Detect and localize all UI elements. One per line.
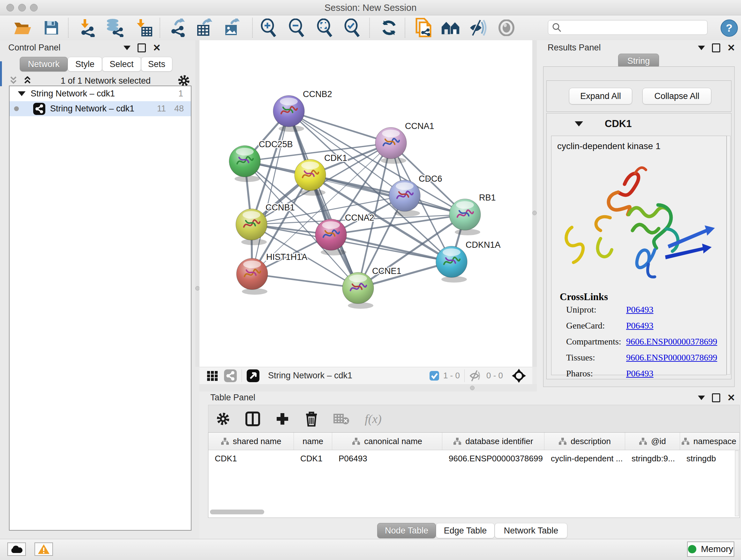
search-field[interactable] — [548, 20, 708, 35]
expand-all-networks-icon[interactable] — [23, 76, 34, 85]
cell-canonical-name[interactable]: P06493 — [332, 454, 442, 463]
crosslink-link[interactable]: P06493 — [626, 368, 726, 379]
node-table: shared name name canonical name database… — [208, 432, 740, 518]
network-edge-count: 48 — [174, 104, 184, 114]
crosslink-link[interactable]: P06493 — [626, 305, 726, 315]
cell-name[interactable]: CDK1 — [294, 454, 332, 463]
results-scrollbar[interactable] — [727, 136, 731, 374]
column-header[interactable]: namespace — [680, 433, 738, 450]
cell-namespace[interactable]: stringdb — [680, 454, 738, 463]
tab-network[interactable]: Network — [20, 57, 68, 71]
table-horizontal-scrollbar[interactable] — [210, 509, 264, 514]
crosslink-link[interactable]: 9606.ENSP00000378699 — [626, 353, 726, 363]
cloud-button[interactable] — [7, 543, 26, 556]
save-session-icon[interactable] — [42, 18, 61, 38]
tab-node-table[interactable]: Node Table — [377, 523, 436, 538]
import-network-file-icon[interactable] — [78, 18, 98, 38]
show-columns-icon[interactable] — [246, 411, 260, 427]
network-row-selected[interactable]: String Network – cdk1 11 48 — [10, 101, 191, 116]
tab-select[interactable]: Select — [102, 57, 141, 71]
network-collection-row[interactable]: String Network – cdk1 1 — [10, 86, 191, 101]
selected-checkbox-icon[interactable] — [429, 371, 440, 381]
window-title: Session: New Session — [0, 3, 741, 13]
panel-close-icon[interactable]: ✕ — [153, 44, 161, 51]
birdseye-crosshair-icon[interactable] — [511, 368, 527, 383]
column-header[interactable]: canonical name — [332, 433, 442, 450]
cell-database-identifier[interactable]: 9606.ENSP00000378699 — [442, 454, 544, 463]
detach-view-icon[interactable] — [246, 369, 260, 382]
layout-homes-icon[interactable] — [441, 18, 461, 38]
export-network-icon[interactable] — [169, 18, 188, 38]
network-graph[interactable]: CCNB2CCNA1CDC25BCDK1CDC6RB1CCNB1CCNA2CDK… — [199, 40, 532, 367]
create-column-plus-icon[interactable] — [275, 412, 289, 426]
zoom-fit-icon[interactable] — [315, 18, 335, 38]
collapse-all-button[interactable]: Collapse All — [643, 88, 711, 105]
crosslinks-title: CrossLinks — [560, 291, 726, 303]
tab-style[interactable]: Style — [68, 57, 102, 71]
gene-section-header[interactable]: CDK1 — [547, 113, 731, 134]
zoom-selected-icon[interactable] — [343, 18, 362, 38]
help-button[interactable]: ? — [721, 19, 738, 37]
export-table-icon[interactable] — [195, 18, 215, 38]
search-input[interactable] — [562, 22, 700, 33]
function-builder-icon[interactable]: f(x) — [365, 412, 382, 426]
warnings-button[interactable] — [35, 543, 53, 556]
edge-HIST1H1A-CCNE1[interactable] — [252, 274, 358, 288]
memory-button[interactable]: Memory — [687, 542, 734, 557]
collection-expand-icon[interactable] — [18, 91, 25, 96]
panel-float-icon[interactable] — [138, 44, 146, 52]
panel-float-icon[interactable] — [712, 393, 720, 402]
network-view-icon[interactable] — [224, 369, 237, 382]
cell-description[interactable]: cyclin-dependent ... — [544, 454, 625, 463]
column-header[interactable]: database identifier — [442, 433, 544, 450]
hidden-eye-slash-icon — [469, 370, 483, 381]
table-options-gear-icon[interactable] — [216, 412, 230, 426]
table-vertical-scrollbar[interactable] — [735, 450, 739, 516]
gene-collapse-icon[interactable] — [575, 121, 583, 126]
cell-shared-name[interactable]: CDK1 — [208, 454, 294, 463]
column-header[interactable]: @id — [625, 433, 680, 450]
delete-table-icon[interactable] — [333, 413, 349, 425]
tab-network-table[interactable]: Network Table — [495, 523, 567, 538]
edge-CCNB2-HIST1H1A[interactable] — [252, 111, 289, 274]
node-label-CCNE1: CCNE1 — [372, 266, 401, 276]
zoom-in-icon[interactable] — [259, 18, 279, 38]
expand-all-button[interactable]: Expand All — [569, 88, 632, 105]
network-canvas[interactable]: CCNB2CCNA1CDC25BCDK1CDC6RB1CCNB1CCNA2CDK… — [199, 40, 532, 367]
panel-menu-icon[interactable] — [124, 46, 131, 50]
open-session-icon[interactable] — [13, 18, 32, 38]
network-options-gear-icon[interactable] — [178, 74, 190, 87]
clone-network-icon[interactable] — [414, 18, 434, 38]
panel-close-icon[interactable]: ✕ — [727, 44, 735, 51]
edge-CCNB2-CCNA1[interactable] — [289, 111, 391, 143]
delete-column-trash-icon[interactable] — [305, 411, 318, 427]
edge-CCNA2-CDKN1A[interactable] — [331, 235, 452, 262]
export-image-icon[interactable] — [223, 18, 243, 38]
tab-sets[interactable]: Sets — [141, 57, 172, 71]
crosslink-link[interactable]: 9606.ENSP00000378699 — [626, 336, 726, 347]
left-splitter[interactable] — [195, 40, 199, 367]
collapse-all-networks-icon[interactable] — [9, 76, 20, 85]
tab-edge-table[interactable]: Edge Table — [436, 523, 495, 538]
grid-view-icon[interactable] — [206, 370, 219, 382]
import-table-file-icon[interactable] — [134, 18, 154, 38]
table-row[interactable]: CDK1 CDK1 P06493 9606.ENSP00000378699 cy… — [208, 450, 739, 467]
panel-float-icon[interactable] — [712, 44, 720, 52]
right-splitter[interactable] — [532, 40, 537, 367]
network-node-count: 11 — [157, 104, 166, 114]
zoom-out-icon[interactable] — [287, 18, 307, 38]
refresh-view-icon[interactable] — [379, 18, 399, 38]
column-header[interactable]: shared name — [208, 433, 294, 450]
network-tree: String Network – cdk1 1 String Network –… — [9, 85, 192, 531]
crosslink-link[interactable]: P06493 — [626, 320, 726, 331]
panel-menu-icon[interactable] — [698, 395, 705, 400]
cell-id[interactable]: stringdb:9... — [625, 454, 680, 463]
column-header[interactable]: name — [294, 433, 332, 450]
cloud-icon — [10, 545, 23, 554]
panel-close-icon[interactable]: ✕ — [727, 394, 735, 401]
import-network-database-icon[interactable] — [105, 18, 125, 38]
show-all-eye-icon[interactable] — [496, 18, 516, 38]
column-header[interactable]: description — [544, 433, 625, 450]
panel-menu-icon[interactable] — [698, 46, 705, 50]
hide-selected-eye-slash-icon[interactable] — [468, 18, 488, 38]
